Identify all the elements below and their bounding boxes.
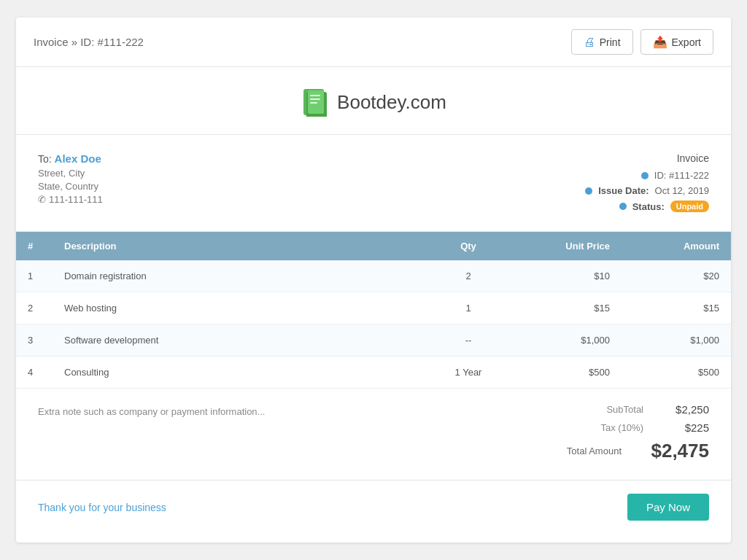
cell-num: 1: [16, 260, 53, 292]
tax-label: Tax (10%): [600, 422, 643, 433]
print-label: Print: [600, 36, 621, 48]
phone-icon: ✆: [38, 194, 46, 205]
col-qty: Qty: [425, 232, 512, 260]
cell-qty: --: [425, 324, 512, 357]
totals-area: SubTotal $2,250 Tax (10%) $225 Total Amo…: [534, 403, 709, 462]
invoice-id: ID: #111-222: [654, 170, 709, 181]
col-description: Description: [53, 232, 425, 260]
client-info: To: Alex Doe Street, City State, Country…: [38, 152, 103, 217]
svg-rect-5: [310, 102, 317, 104]
cell-num: 3: [16, 324, 53, 357]
status-dot: [619, 203, 627, 210]
invoice-id-row: ID: #111-222: [585, 170, 709, 181]
status-label: Status:: [632, 201, 665, 212]
invoice-table: # Description Qty Unit Price Amount 1 Do…: [16, 232, 731, 389]
logo-text: Bootdey.com: [337, 91, 446, 114]
cell-amount: $15: [622, 292, 731, 324]
tax-row: Tax (10%) $225: [534, 421, 709, 434]
invoice-header: Invoice » ID: #111-222 🖨 Print 📤 Export: [16, 18, 731, 67]
col-unit-price: Unit Price: [512, 232, 622, 260]
cell-description: Software development: [53, 324, 425, 357]
table-body: 1 Domain registration 2 $10 $20 2 Web ho…: [16, 260, 731, 389]
subtotal-label: SubTotal: [606, 404, 643, 415]
table-row: 4 Consulting 1 Year $500 $500: [16, 357, 731, 389]
svg-rect-3: [310, 95, 320, 96]
cell-qty: 1 Year: [425, 357, 512, 389]
status-badge: Unpaid: [670, 201, 709, 212]
phone-line: ✆ 111-111-111: [38, 194, 103, 205]
invoice-info-right: Invoice ID: #111-222 Issue Date: Oct 12,…: [585, 152, 709, 217]
cell-amount: $20: [622, 260, 731, 292]
info-section: To: Alex Doe Street, City State, Country…: [16, 135, 731, 232]
thank-you-text: Thank you for your business: [38, 502, 166, 513]
export-button[interactable]: 📤 Export: [640, 29, 713, 55]
bottom-section: Extra note such as company or payment in…: [16, 389, 731, 481]
table-header: # Description Qty Unit Price Amount: [16, 232, 731, 260]
id-dot: [641, 172, 649, 179]
logo-area: Bootdey.com: [16, 67, 731, 135]
cell-num: 4: [16, 357, 53, 389]
invoice-container: Invoice » ID: #111-222 🖨 Print 📤 Export: [16, 18, 731, 542]
to-label: To: Alex Doe: [38, 152, 103, 165]
cell-qty: 2: [425, 260, 512, 292]
invoice-status-row: Status: Unpaid: [585, 201, 709, 212]
date-dot: [585, 187, 592, 195]
cell-unit-price: $15: [512, 292, 622, 324]
cell-unit-price: $1,000: [512, 324, 622, 357]
total-value: $2,475: [636, 440, 709, 462]
logo-container: Bootdey.com: [301, 88, 446, 117]
export-label: Export: [672, 36, 701, 48]
subtotal-value: $2,250: [658, 403, 709, 416]
tax-value: $225: [658, 421, 709, 434]
logo-icon: [301, 88, 330, 117]
subtotal-row: SubTotal $2,250: [534, 403, 709, 416]
total-row: Total Amount $2,475: [534, 440, 709, 462]
col-num: #: [16, 232, 53, 260]
table-header-row: # Description Qty Unit Price Amount: [16, 232, 731, 260]
phone-number: 111-111-111: [49, 194, 103, 205]
print-button[interactable]: 🖨 Print: [571, 29, 633, 55]
invoice-title: Invoice: [585, 152, 709, 164]
table-row: 3 Software development -- $1,000 $1,000: [16, 324, 731, 357]
address-line-1: Street, City: [38, 168, 103, 179]
client-name: Alex Doe: [55, 152, 101, 165]
total-label: Total Amount: [567, 446, 622, 456]
svg-rect-4: [310, 98, 320, 100]
breadcrumb: Invoice » ID: #111-222: [34, 36, 144, 48]
issue-date-value: Oct 12, 2019: [655, 185, 709, 196]
cell-amount: $500: [622, 357, 731, 389]
col-amount: Amount: [622, 232, 731, 260]
address-line-2: State, Country: [38, 181, 103, 192]
cell-amount: $1,000: [622, 324, 731, 357]
cell-unit-price: $10: [512, 260, 622, 292]
cell-qty: 1: [425, 292, 512, 324]
invoice-date-row: Issue Date: Oct 12, 2019: [585, 185, 709, 196]
cell-num: 2: [16, 292, 53, 324]
issue-date-label: Issue Date:: [598, 185, 649, 196]
invoice-table-wrapper: # Description Qty Unit Price Amount 1 Do…: [16, 232, 731, 389]
cell-description: Web hosting: [53, 292, 425, 324]
table-row: 2 Web hosting 1 $15 $15: [16, 292, 731, 324]
print-icon: 🖨: [584, 36, 595, 49]
header-actions: 🖨 Print 📤 Export: [571, 29, 713, 55]
cell-description: Domain registration: [53, 260, 425, 292]
extra-note: Extra note such as company or payment in…: [38, 403, 265, 417]
cell-unit-price: $500: [512, 357, 622, 389]
cell-description: Consulting: [53, 357, 425, 389]
export-icon: 📤: [653, 35, 667, 49]
table-row: 1 Domain registration 2 $10 $20: [16, 260, 731, 292]
pay-now-button[interactable]: Pay Now: [627, 494, 709, 521]
invoice-footer: Thank you for your business Pay Now: [16, 481, 731, 534]
